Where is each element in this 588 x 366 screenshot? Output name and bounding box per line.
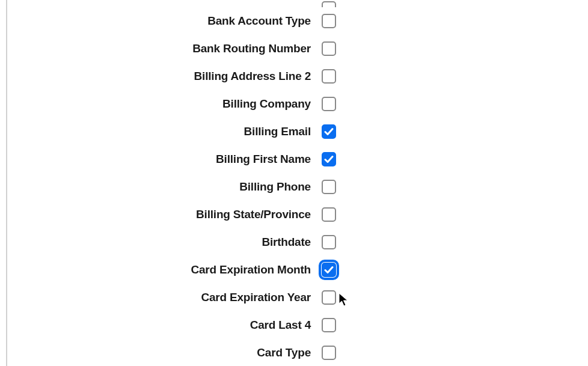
checkbox-billing-state-province[interactable] — [322, 207, 336, 222]
check-icon — [324, 154, 334, 164]
checkbox-billing-email[interactable] — [322, 124, 336, 139]
field-row-card-type: Card Type — [0, 339, 588, 366]
field-label: Bank Account Type — [207, 14, 311, 27]
field-row-bank-routing-number: Bank Routing Number — [0, 35, 588, 63]
checkbox-card-type[interactable] — [322, 346, 336, 360]
field-label: Card Last 4 — [250, 319, 311, 331]
field-row-billing-company: Billing Company — [0, 90, 588, 118]
checkbox-partial-top[interactable] — [322, 1, 336, 7]
field-label: Billing Address Line 2 — [194, 70, 311, 82]
field-row-bank-account-type: Bank Account Type — [0, 7, 588, 35]
field-row-billing-state-province: Billing State/Province — [0, 201, 588, 228]
checkbox-billing-first-name[interactable] — [322, 152, 336, 166]
field-row-card-expiration-month: Card Expiration Month — [0, 256, 588, 284]
field-label: Billing Company — [222, 97, 311, 110]
checkbox-bank-account-type[interactable] — [322, 14, 336, 28]
checkbox-billing-phone[interactable] — [322, 180, 336, 194]
checkbox-billing-company[interactable] — [322, 97, 336, 111]
field-row-card-expiration-year: Card Expiration Year — [0, 284, 588, 311]
field-label: Card Type — [257, 346, 311, 359]
checkbox-card-expiration-month[interactable] — [322, 263, 336, 277]
field-label: Birthdate — [262, 236, 311, 248]
field-row-card-last-4: Card Last 4 — [0, 311, 588, 339]
checkbox-bank-routing-number[interactable] — [322, 41, 336, 56]
field-row-billing-address-line-2: Billing Address Line 2 — [0, 63, 588, 90]
field-row-billing-phone: Billing Phone — [0, 173, 588, 201]
field-row-billing-first-name: Billing First Name — [0, 145, 588, 173]
panel-border-left — [6, 0, 7, 366]
field-row-billing-email: Billing Email — [0, 118, 588, 145]
field-label: Billing State/Province — [196, 208, 311, 221]
checkbox-birthdate[interactable] — [322, 235, 336, 249]
check-icon — [324, 265, 334, 275]
field-row-birthdate: Birthdate — [0, 228, 588, 256]
checkbox-billing-address-line-2[interactable] — [322, 69, 336, 84]
field-label: Billing Phone — [239, 180, 311, 193]
field-row-partial — [0, 0, 588, 7]
field-label: Card Expiration Month — [191, 263, 311, 276]
field-label: Billing First Name — [216, 153, 311, 165]
field-label: Card Expiration Year — [201, 291, 311, 303]
checkbox-card-last-4[interactable] — [322, 318, 336, 332]
field-label: Billing Email — [244, 125, 311, 138]
field-label: Bank Routing Number — [192, 42, 311, 55]
check-icon — [324, 127, 334, 136]
checkbox-card-expiration-year[interactable] — [322, 290, 336, 305]
field-checklist-form: Bank Account Type Bank Routing Number Bi… — [0, 0, 588, 366]
